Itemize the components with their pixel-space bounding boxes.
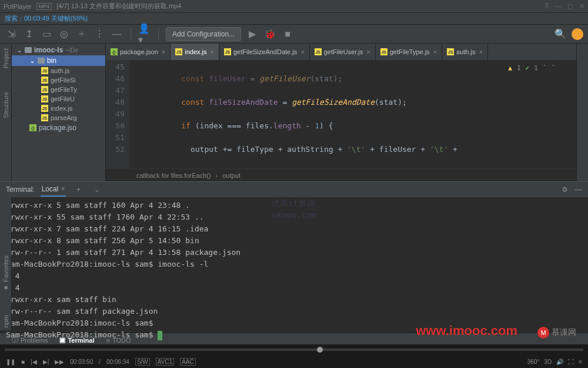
- js-icon: JS: [41, 95, 48, 102]
- editor-area: {}package.json× JSindex.js× JSgetFileSiz…: [106, 44, 576, 181]
- code-breadcrumb[interactable]: callback for files.forEach()›output: [106, 168, 576, 181]
- project-root[interactable]: ⌄ imooc-ls ~/De: [12, 45, 105, 55]
- js-icon: JS: [41, 77, 48, 84]
- terminal-line: drwxr-xr-x sam staff bin: [6, 294, 582, 306]
- target-icon[interactable]: ◎: [58, 28, 71, 41]
- pin-icon[interactable]: ⊼: [544, 2, 549, 10]
- folder-icon: [25, 47, 32, 53]
- npm-tool-tab[interactable]: npm: [2, 315, 9, 327]
- player-seekbar[interactable]: [0, 344, 588, 355]
- tab-package-json[interactable]: {}package.json×: [106, 44, 171, 60]
- bin-folder[interactable]: ⌄ bin: [12, 55, 105, 66]
- code-content[interactable]: const fileUser = getFileUser(stat); cons…: [129, 60, 576, 168]
- divide-icon[interactable]: ÷: [75, 28, 88, 41]
- chevron-down-icon: ⌄: [16, 46, 22, 54]
- watermark: 优库it资源ukoou.com: [272, 197, 316, 221]
- js-icon: JS: [41, 105, 48, 112]
- titlebar: PotPlayer MP4 [4/7] 13-13 文件容量和创建时间的获取.m…: [0, 0, 588, 13]
- video-filename: [4/7] 13-13 文件容量和创建时间的获取.mp4: [56, 2, 181, 11]
- volume-icon[interactable]: 🔊: [556, 359, 563, 365]
- close-icon[interactable]: ✕: [579, 2, 584, 10]
- stop-icon[interactable]: ■: [281, 28, 294, 41]
- close-tab-icon[interactable]: ×: [211, 48, 214, 55]
- project-tool-tab[interactable]: Project: [2, 48, 9, 68]
- close-tab-icon[interactable]: ×: [479, 48, 482, 55]
- prev-icon[interactable]: |◀: [31, 359, 37, 365]
- close-tab-icon[interactable]: ×: [162, 48, 165, 55]
- close-tab-icon[interactable]: ×: [300, 48, 304, 55]
- maximize-icon[interactable]: ▢: [567, 2, 573, 10]
- url-watermark: www.imooc.com: [416, 323, 517, 339]
- add-terminal-icon[interactable]: +: [72, 183, 85, 196]
- file-item[interactable]: JSauth.js: [12, 66, 105, 75]
- tab-getfileuser[interactable]: JSgetFileUser.js×: [310, 44, 376, 60]
- file-item[interactable]: JSgetFileTy: [12, 85, 105, 94]
- chevron-down-icon[interactable]: ⌄: [91, 183, 103, 196]
- close-tab-icon[interactable]: ×: [61, 185, 65, 193]
- pause-icon[interactable]: ❚❚: [6, 359, 15, 365]
- file-item[interactable]: JSindex.js: [12, 104, 105, 113]
- more-icon[interactable]: ⋮: [93, 28, 106, 41]
- playlist-icon[interactable]: ≡: [579, 359, 582, 365]
- app-name: PotPlayer: [4, 3, 32, 10]
- codec-badge: S/W: [135, 358, 150, 366]
- stop-icon[interactable]: ■: [21, 359, 25, 365]
- file-item[interactable]: JSparseArg: [12, 113, 105, 122]
- file-item[interactable]: JSgetFileSi: [12, 75, 105, 85]
- ide-toolbar: ⇲ ↥ ▭ ◎ ÷ ⋮ — 👤▾ Add Configuration... ▶ …: [0, 25, 588, 44]
- player-controls: ❚❚ ■ |◀ ▶| ▶▶ 00:03:50 / 00:06:34 S/W AV…: [0, 355, 588, 368]
- js-icon: JS: [41, 67, 48, 74]
- terminal-line: -rw-r--r-- sam staff package.json: [6, 306, 582, 317]
- terminal-line: drwxr-xr-x 7 sam staff 224 Apr 4 16:15 .…: [6, 223, 582, 235]
- add-configuration-button[interactable]: Add Configuration...: [166, 27, 241, 41]
- codec-badge: AAC: [180, 358, 196, 366]
- vr-icon[interactable]: 360°: [527, 359, 540, 365]
- panel-icon[interactable]: ▭: [40, 28, 53, 41]
- file-item[interactable]: JSgetFileU: [12, 94, 105, 104]
- minimize-panel-icon[interactable]: —: [575, 185, 582, 194]
- terminal-body[interactable]: 优库it资源ukoou.com drwxr-xr-x 5 sam staff 1…: [0, 197, 588, 333]
- close-tab-icon[interactable]: ×: [366, 48, 370, 55]
- terminal-panel: Terminal: Local× + ⌄ ⚙ — 优库it资源ukoou.com…: [0, 181, 588, 333]
- minimize-icon[interactable]: —: [555, 2, 562, 10]
- 3d-icon[interactable]: 3D: [544, 359, 552, 365]
- tab-auth-js[interactable]: JSauth.js×: [442, 44, 488, 60]
- terminal-tab-local[interactable]: Local×: [41, 183, 66, 197]
- tab-index-js[interactable]: JSindex.js×: [171, 44, 219, 60]
- seek-thumb[interactable]: [317, 347, 323, 353]
- close-tab-icon[interactable]: ×: [433, 48, 437, 55]
- codec-badge: AVC1: [156, 358, 174, 366]
- separator: [158, 28, 159, 40]
- debug-icon[interactable]: 🐞: [263, 28, 276, 41]
- js-icon: JS: [315, 48, 322, 55]
- gear-icon[interactable]: ⚙: [562, 185, 568, 194]
- js-icon: JS: [41, 86, 48, 93]
- step-icon[interactable]: ▶▶: [55, 359, 64, 365]
- collapse-up-icon[interactable]: ↥: [22, 28, 35, 41]
- folder-icon: [38, 58, 45, 64]
- json-icon: {}: [29, 124, 36, 131]
- terminal-line: drwxr-xr-x 8 sam staff 256 Apr 5 14:50 b…: [6, 235, 582, 247]
- tab-getfilesize[interactable]: JSgetFileSizeAndDate.js×: [219, 44, 310, 60]
- terminal-cursor: [158, 331, 162, 340]
- logo-watermark: M慕课网: [537, 327, 576, 339]
- tab-getfiletype[interactable]: JSgetFileType.js×: [376, 44, 442, 60]
- code-editor[interactable]: ▲1 ✔1 ˆ ˇ 45 46 47 48 49 50 51 52 const …: [106, 60, 576, 168]
- search-icon[interactable]: 🔍: [554, 28, 567, 41]
- total-time: 00:06:34: [106, 359, 129, 365]
- fullscreen-icon[interactable]: ⛶: [568, 359, 574, 365]
- next-icon[interactable]: ▶|: [43, 359, 49, 365]
- file-item[interactable]: {}package.jso: [12, 122, 105, 133]
- format-badge: MP4: [36, 3, 52, 10]
- right-tool-rail: [576, 44, 588, 181]
- user-icon[interactable]: 👤▾: [138, 28, 151, 41]
- avatar-icon[interactable]: [572, 28, 583, 40]
- seek-text: 搜索：00:03:49 关键帧(58%): [5, 14, 88, 23]
- collapse-icon[interactable]: —: [111, 28, 123, 41]
- favorites-tool-tab[interactable]: ★ Favorites: [2, 256, 9, 291]
- expand-icon[interactable]: ⇲: [5, 28, 18, 41]
- current-time: 00:03:50: [70, 359, 93, 365]
- structure-tool-tab[interactable]: Structure: [2, 92, 9, 118]
- run-icon[interactable]: ▶: [246, 28, 259, 41]
- separator: [131, 28, 131, 40]
